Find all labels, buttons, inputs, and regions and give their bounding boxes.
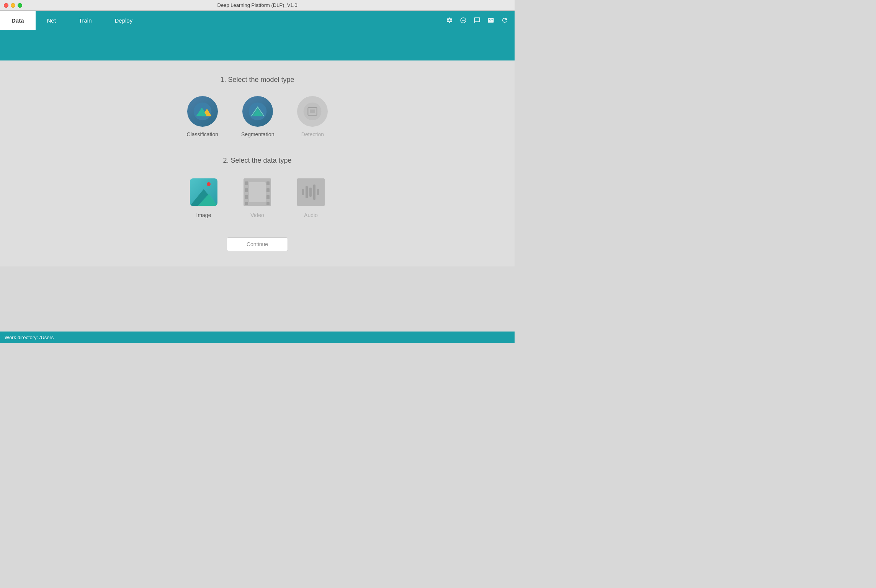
- svg-rect-19: [266, 188, 270, 192]
- audio-icon-box: [296, 177, 326, 207]
- detection-label: Detection: [301, 131, 324, 137]
- traffic-lights: [4, 3, 22, 8]
- video-icon: [244, 178, 271, 206]
- svg-rect-17: [245, 202, 248, 205]
- close-button[interactable]: [4, 3, 8, 8]
- svg-rect-22: [249, 182, 266, 202]
- svg-rect-24: [302, 189, 304, 195]
- minimize-button[interactable]: [11, 3, 15, 8]
- svg-rect-18: [266, 181, 270, 185]
- footer-text: Work directory: /Users: [5, 335, 54, 340]
- wechat-icon[interactable]: [472, 15, 482, 26]
- svg-rect-10: [310, 109, 315, 113]
- svg-rect-25: [306, 186, 308, 198]
- maximize-button[interactable]: [18, 3, 22, 8]
- svg-rect-28: [317, 189, 319, 195]
- title-bar: Deep Learning Platform (DLP)_V1.0: [0, 0, 515, 11]
- audio-icon: [297, 178, 325, 206]
- svg-rect-26: [309, 188, 312, 197]
- svg-rect-27: [313, 185, 315, 200]
- main-content: 1. Select the model type Classification: [0, 60, 515, 266]
- footer: Work directory: /Users: [0, 332, 515, 343]
- tab-deploy[interactable]: Deploy: [103, 11, 144, 30]
- tab-train[interactable]: Train: [67, 11, 103, 30]
- video-label: Video: [250, 212, 264, 218]
- svg-rect-16: [245, 195, 248, 199]
- window-title: Deep Learning Platform (DLP)_V1.0: [217, 2, 297, 8]
- segmentation-label: Segmentation: [241, 131, 274, 137]
- model-item-detection[interactable]: Detection: [297, 96, 328, 137]
- image-label: Image: [196, 212, 211, 218]
- image-icon: [190, 178, 217, 206]
- nav-bar: Data Net Train Deploy: [0, 11, 515, 30]
- audio-label: Audio: [304, 212, 318, 218]
- tab-data[interactable]: Data: [0, 11, 36, 30]
- tab-net[interactable]: Net: [36, 11, 67, 30]
- classification-icon-circle: [187, 96, 218, 127]
- refresh-icon[interactable]: [499, 15, 510, 26]
- data-item-video[interactable]: Video: [242, 177, 273, 218]
- section1-title: 1. Select the model type: [220, 76, 294, 84]
- svg-rect-15: [245, 188, 248, 192]
- segmentation-icon-circle: [242, 96, 273, 127]
- email-icon[interactable]: [485, 15, 496, 26]
- data-item-audio[interactable]: Audio: [296, 177, 326, 218]
- svg-rect-20: [266, 195, 270, 199]
- model-item-classification[interactable]: Classification: [187, 96, 218, 137]
- model-type-row: Classification Segmentation: [187, 96, 328, 137]
- section2-title: 2. Select the data type: [223, 157, 291, 165]
- video-icon-box: [242, 177, 273, 207]
- header-spacer: [0, 30, 515, 60]
- svg-rect-21: [266, 202, 270, 205]
- continue-button[interactable]: Continue: [227, 237, 288, 251]
- nav-icons: [444, 11, 515, 30]
- detection-icon-circle: [297, 96, 328, 127]
- classification-label: Classification: [187, 131, 218, 137]
- data-item-image[interactable]: Image: [188, 177, 219, 218]
- no-entry-icon[interactable]: [458, 15, 469, 26]
- data-type-row: Image: [188, 177, 326, 218]
- model-item-segmentation[interactable]: Segmentation: [241, 96, 274, 137]
- svg-rect-14: [245, 181, 248, 185]
- image-icon-box: [188, 177, 219, 207]
- gear-icon[interactable]: [444, 15, 455, 26]
